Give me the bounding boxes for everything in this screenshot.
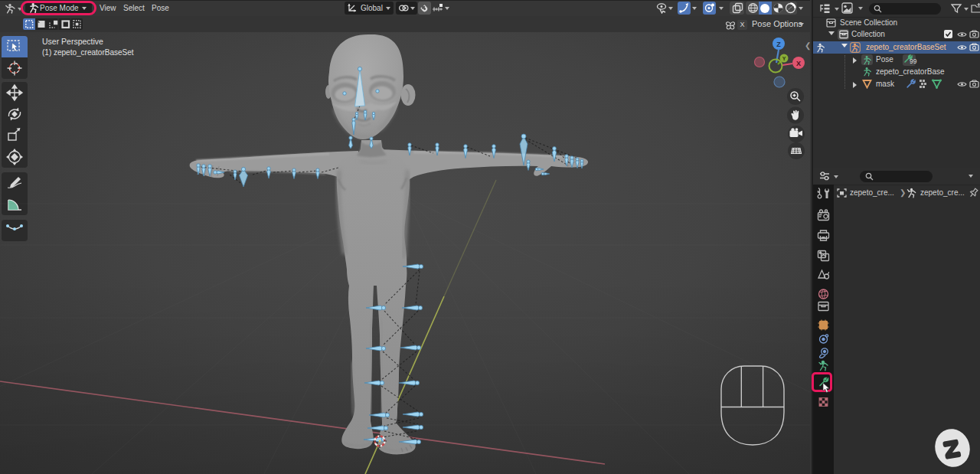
- svg-text:❮: ❮: [805, 41, 810, 51]
- svg-text:X: X: [796, 60, 801, 67]
- svg-text:Z: Z: [776, 41, 781, 48]
- svg-text:Y: Y: [782, 56, 786, 61]
